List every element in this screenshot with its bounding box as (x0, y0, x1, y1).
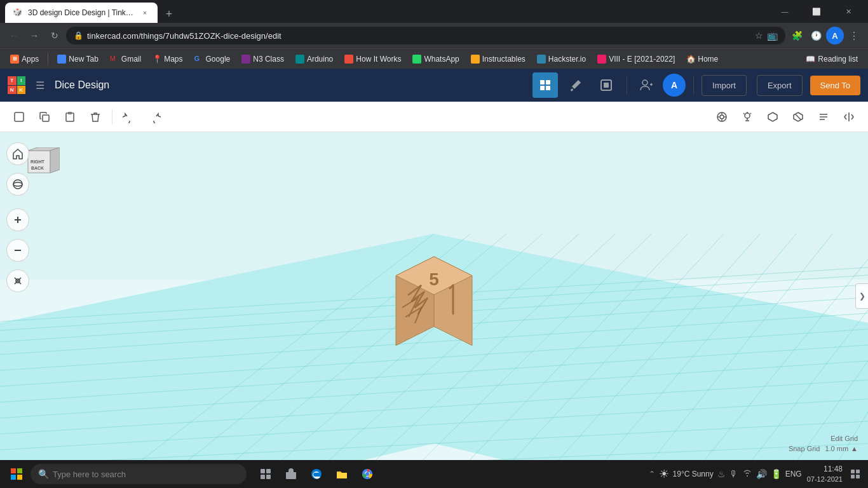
delete-button[interactable] (84, 105, 107, 128)
bookmark-instructables[interactable]: Instructables (466, 51, 531, 67)
snap-grid-arrow[interactable]: ▲ (851, 445, 858, 452)
tinkercad-toolbar (0, 102, 868, 132)
bookmark-maps[interactable]: 📍 Maps (147, 51, 187, 67)
language-label[interactable]: ENG (785, 470, 802, 478)
active-tab[interactable]: 🎲 3D design Dice Design | Tinkerca... × (5, 3, 158, 23)
bookmark-apps[interactable]: ⊞ Apps (5, 51, 44, 67)
chrome-menu-button[interactable]: ⋮ (845, 27, 863, 44)
world-clock-icon[interactable]: 🕐 (807, 27, 825, 44)
svg-rect-11 (43, 115, 49, 121)
back-button[interactable]: ← (5, 27, 23, 44)
grid-view-button[interactable] (532, 72, 558, 98)
bookmark-whatsapp[interactable]: WhatsApp (407, 51, 464, 67)
svg-point-7 (642, 80, 648, 85)
undo-button[interactable] (118, 105, 140, 128)
volume-icon[interactable]: 🔊 (756, 469, 767, 479)
right-panel-collapse-arrow[interactable]: ❯ (855, 283, 868, 309)
svg-marker-73 (50, 147, 60, 173)
bookmark-viii[interactable]: VIII - E [2021-2022] (592, 51, 680, 67)
forward-button[interactable]: → (25, 27, 43, 44)
bookmark-hackster[interactable]: Hackster.io (532, 51, 591, 67)
svg-rect-81 (11, 475, 16, 480)
hammer-view-button[interactable] (563, 72, 588, 98)
date-display: 07-12-2021 (807, 475, 843, 484)
profile-button[interactable]: A (826, 27, 844, 44)
mic-icon[interactable]: 🎙 (729, 469, 738, 479)
send-to-button[interactable]: Send To (810, 76, 860, 95)
maximize-button[interactable]: ⬜ (802, 0, 831, 23)
light-button[interactable] (736, 105, 759, 128)
zoom-out-button[interactable] (6, 239, 29, 262)
dice-3d-object[interactable]: 5 (377, 225, 491, 355)
bookmark-gmail[interactable]: M Gmail (105, 51, 146, 67)
svg-point-13 (720, 115, 724, 119)
bookmark-star-icon[interactable]: ☆ (755, 30, 763, 41)
new-shape-button[interactable] (8, 105, 31, 128)
fit-view-button[interactable] (6, 269, 29, 292)
shapes-view-button[interactable] (593, 72, 619, 98)
bookmark-newtab[interactable]: New Tab (52, 51, 103, 67)
logo-cell-i: I (17, 76, 26, 85)
viii-favicon (597, 55, 606, 64)
redo-button[interactable] (143, 105, 166, 128)
bookmark-whatsapp-label: WhatsApp (424, 55, 459, 64)
search-bar[interactable]: 🔍 Type here to search (31, 464, 247, 484)
tab-close-button[interactable]: × (140, 8, 150, 18)
bookmarks-bar: ⊞ Apps New Tab M Gmail 📍 Maps G Google N… (0, 48, 868, 69)
minimize-button[interactable]: — (770, 0, 799, 23)
refresh-button[interactable]: ↻ (46, 27, 64, 44)
address-text: tinkercad.com/things/7uhdw51ZOZK-dice-de… (87, 31, 751, 41)
header-right-controls: A Import Export Send To (532, 72, 860, 98)
zoom-in-button[interactable] (6, 208, 29, 231)
bookmark-n3class[interactable]: N3 Class (236, 51, 289, 67)
design-title[interactable]: Dice Design (55, 79, 109, 91)
paste-button[interactable] (58, 105, 81, 128)
align-button[interactable] (812, 105, 835, 128)
bookmark-arduino[interactable]: Arduino (290, 51, 338, 67)
svg-rect-1 (546, 80, 550, 85)
steam-icon[interactable]: ♨ (717, 469, 726, 479)
ungroup-button[interactable] (787, 105, 810, 128)
group-button[interactable] (761, 105, 784, 128)
extensions-button[interactable]: 🧩 (788, 27, 806, 44)
copy-button[interactable] (33, 105, 56, 128)
bookmark-howitworks[interactable]: How It Works (339, 51, 406, 67)
close-button[interactable]: ✕ (834, 0, 863, 23)
file-explorer-button[interactable] (330, 463, 353, 485)
cast-icon[interactable]: 📺 (767, 30, 778, 41)
reading-list-button[interactable]: 📖 Reading list (801, 51, 863, 67)
export-button[interactable]: Export (757, 75, 803, 96)
chrome-taskbar-button[interactable] (356, 463, 379, 485)
new-tab-button[interactable]: + (160, 5, 178, 23)
start-button[interactable] (5, 463, 28, 485)
orbit-button[interactable] (6, 173, 29, 196)
address-icons: ☆ 📺 (755, 30, 778, 41)
task-view-button[interactable] (254, 463, 277, 485)
store-button[interactable] (280, 463, 302, 485)
up-arrow-icon[interactable]: ⌃ (649, 470, 655, 478)
notification-button[interactable] (848, 466, 863, 482)
hamburger-menu-icon[interactable]: ☰ (33, 77, 47, 94)
battery-icon[interactable]: 🔋 (771, 469, 782, 479)
bookmark-home[interactable]: 🏠 Home (681, 51, 723, 67)
add-user-button[interactable] (635, 74, 658, 97)
import-button[interactable]: Import (702, 75, 747, 96)
svg-line-21 (750, 113, 752, 114)
instructables-favicon (471, 55, 480, 64)
window-controls: — ⬜ ✕ (770, 0, 863, 23)
3d-viewport[interactable]: RIGHT BACK (0, 132, 868, 460)
edge-browser-button[interactable] (305, 463, 328, 485)
bookmark-google[interactable]: G Google (189, 51, 236, 67)
address-input[interactable]: 🔒 tinkercad.com/things/7uhdw51ZOZK-dice-… (66, 27, 785, 44)
home-view-button[interactable] (6, 142, 29, 165)
tab-bar: 🎲 3D design Dice Design | Tinkerca... × … (5, 0, 768, 23)
wifi-icon[interactable] (742, 468, 752, 480)
user-profile-icon[interactable]: A (663, 74, 686, 97)
taskbar: 🔍 Type here to search (0, 460, 868, 488)
howitworks-favicon (344, 55, 353, 64)
edit-grid-label[interactable]: Edit Grid (831, 435, 858, 442)
mirror-button[interactable] (837, 105, 860, 128)
camera-view-button[interactable] (710, 105, 733, 128)
clock[interactable]: 11:48 07-12-2021 (807, 464, 843, 484)
tinkercad-logo[interactable]: T I N K (8, 76, 25, 94)
